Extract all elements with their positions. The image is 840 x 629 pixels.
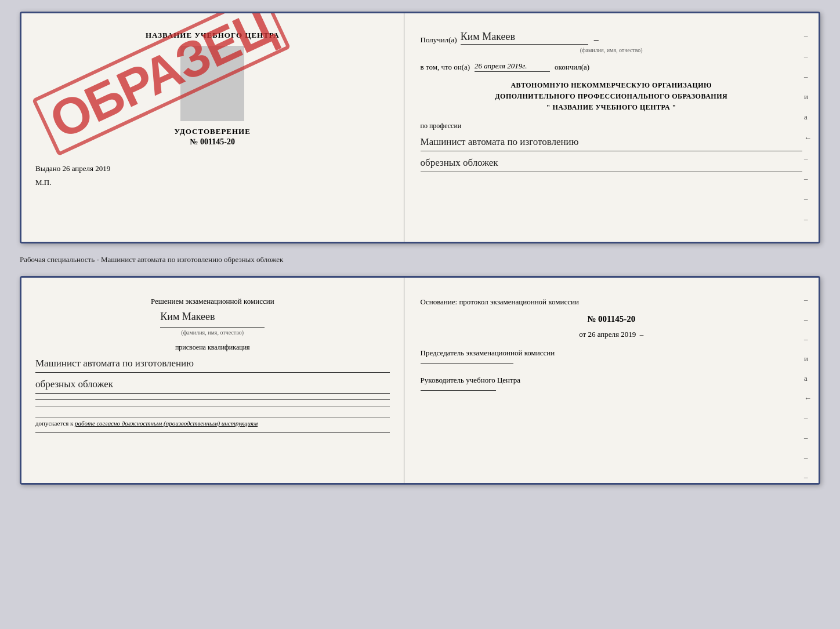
- underline3: [35, 432, 390, 433]
- profession-value1: Машинист автомата по изготовлению: [421, 134, 802, 151]
- udostoverenie-label: УДОСТОВЕРЕНИЕ: [35, 127, 390, 136]
- rukovoditel-label: Руководитель учебного Центра: [421, 376, 521, 384]
- doc-number-top: № 001145-20: [35, 137, 390, 147]
- bottom-right-dashes: – – – и а ← – – – –: [804, 278, 812, 483]
- dopuskaetsya-value: работе согласно должностным (производств…: [75, 420, 258, 427]
- org-line2: ДОПОЛНИТЕЛЬНОГО ПРОФЕССИОНАЛЬНОГО ОБРАЗО…: [421, 91, 802, 102]
- org-line3: " НАЗВАНИЕ УЧЕБНОГО ЦЕНТРА ": [421, 102, 802, 113]
- fam-sub-bottom: (фамилия, имя, отчество): [35, 328, 390, 337]
- kvalif-value1: Машинист автомата по изготовлению: [35, 355, 390, 373]
- bottom-doc-left: Решением экзаменационной комиссии Ким Ма…: [21, 278, 404, 483]
- bottom-document-card: Решением экзаменационной комиссии Ким Ма…: [20, 276, 820, 485]
- vtom-date: 26 апреля 2019г.: [475, 61, 550, 72]
- vydano-date: 26 апреля 2019: [63, 164, 111, 173]
- bottom-doc-right: Основание: протокол экзаменационной коми…: [404, 278, 819, 483]
- dopuskaetsya-label: допускается к: [35, 420, 73, 427]
- proto-num: № 001145-20: [421, 314, 802, 324]
- school-title-top: НАЗВАНИЕ УЧЕБНОГО ЦЕНТРА: [35, 31, 390, 40]
- predsedatel-block: Председатель экзаменационной комиссии: [421, 347, 802, 364]
- udostoverenie-block: УДОСТОВЕРЕНИЕ № 001145-20: [35, 127, 390, 147]
- poluchil-row: Получил(а) Ким Макеев –: [421, 31, 802, 45]
- org-block: АВТОНОМНУЮ НЕКОММЕРЧЕСКУЮ ОРГАНИЗАЦИЮ ДО…: [421, 80, 802, 114]
- reshenie-block: Решением экзаменационной комиссии Ким Ма…: [35, 295, 390, 337]
- fio-value-top: Ким Макеев: [461, 31, 588, 45]
- top-document-card: НАЗВАНИЕ УЧЕБНОГО ЦЕНТРА УДОСТОВЕРЕНИЕ №…: [20, 12, 820, 243]
- mp-label: М.П.: [35, 178, 390, 187]
- vydano-label: Выдано: [35, 164, 60, 173]
- ot-date-row: от 26 апреля 2019 –: [421, 330, 802, 339]
- komissia-fio: Ким Макеев: [160, 308, 265, 328]
- photo-placeholder: [180, 46, 244, 121]
- top-doc-left: НАЗВАНИЕ УЧЕБНОГО ЦЕНТРА УДОСТОВЕРЕНИЕ №…: [21, 13, 404, 242]
- vydano-row: Выдано 26 апреля 2019: [35, 164, 390, 173]
- po-professii-label: по профессии: [421, 122, 802, 130]
- poluchil-label: Получил(а): [421, 35, 457, 45]
- predsedatel-sign-line: [421, 363, 513, 364]
- rukovoditel-block: Руководитель учебного Центра: [421, 375, 802, 391]
- fio-sub-top: (фамилия, имя, отчество): [421, 47, 802, 53]
- osnovanie-block: Основание: протокол экзаменационной коми…: [421, 295, 802, 308]
- dopuskaetsya-block: допускается к работе согласно должностны…: [35, 417, 390, 427]
- underline2: [35, 406, 390, 406]
- predsedatel-label: Председатель экзаменационной комиссии: [421, 348, 555, 357]
- kvalif-value2: обрезных обложек: [35, 376, 390, 394]
- ot-date: 26 апреля 2019: [588, 330, 636, 339]
- top-doc-right: Получил(а) Ким Макеев – (фамилия, имя, о…: [404, 13, 819, 242]
- vtom-row: в том, что он(а) 26 апреля 2019г. окончи…: [421, 61, 802, 72]
- osnovanie-label: Основание: протокол экзаменационной коми…: [421, 295, 802, 308]
- reshenie-label: Решением экзаменационной комиссии: [35, 295, 390, 308]
- right-dashes: – – – и а ← – – – –: [804, 13, 812, 242]
- vtom-label: в том, что он(а): [421, 63, 470, 72]
- rukovoditel-sign-line: [421, 390, 496, 391]
- separator-label: Рабочая специальность - Машинист автомат…: [20, 253, 820, 267]
- ot-label: от: [579, 330, 586, 339]
- okoncil-label: окончил(а): [555, 63, 589, 72]
- profession-value2: обрезных обложек: [421, 155, 802, 172]
- org-line1: АВТОНОМНУЮ НЕКОММЕРЧЕСКУЮ ОРГАНИЗАЦИЮ: [421, 80, 802, 91]
- prisvoena-label: присвоена квалификация: [35, 343, 390, 352]
- underline1: [35, 399, 390, 400]
